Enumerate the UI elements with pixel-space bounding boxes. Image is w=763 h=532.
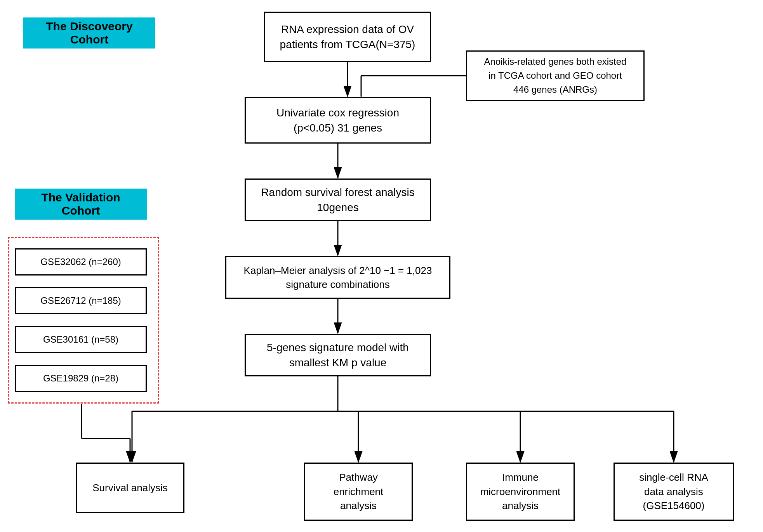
immune-microenvironment-box: Immunemicroenvironmentanalysis [466,463,575,521]
tcga-data-box: RNA expression data of OVpatients from T… [264,12,431,62]
validation-cohort-label: The Validation Cohort [15,189,147,220]
gse19829-box: GSE19829 (n=28) [15,365,147,392]
gse30161-box: GSE30161 (n=58) [15,326,147,353]
gse26712-box: GSE26712 (n=185) [15,287,147,314]
discovery-cohort-label: The Discoveory Cohort [23,17,155,49]
gse32062-box: GSE32062 (n=260) [15,248,147,276]
pathway-enrichment-box: Pathwayenrichmentanalysis [304,463,413,521]
anrgs-box: Anoikis-related genes both existedin TCG… [466,50,645,101]
survival-analysis-box: Survival analysis [76,463,184,513]
five-genes-box: 5-genes signature model withsmallest KM … [245,334,431,376]
random-survival-box: Random survival forest analysis10genes [245,178,431,221]
kaplan-meier-box: Kaplan–Meier analysis of 2^10 −1 = 1,023… [225,256,450,299]
diagram-container: The Discoveory Cohort The Validation Coh… [0,0,763,532]
univariate-cox-box: Univariate cox regression(p<0.05) 31 gen… [245,97,431,144]
single-cell-rna-box: single-cell RNAdata analysis(GSE154600) [614,463,734,521]
